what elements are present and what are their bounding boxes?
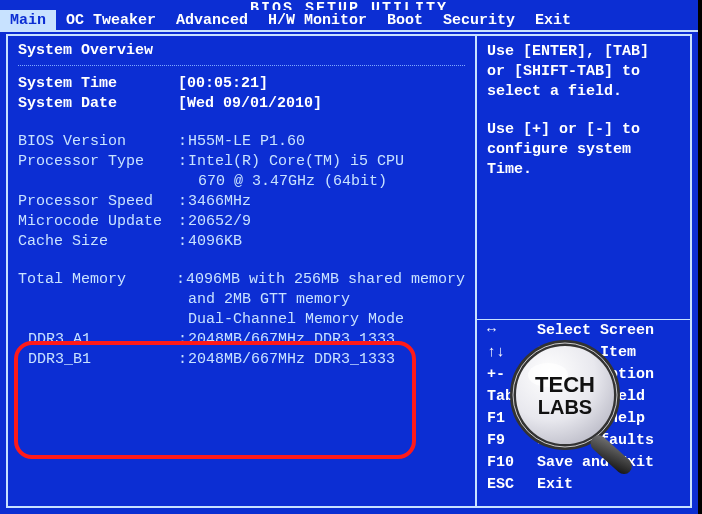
memory-mode: Dual-Channel Memory Mode (188, 310, 465, 330)
menu-bar: Main OC Tweaker Advanced H/W Monitor Boo… (0, 10, 698, 32)
key-sym-pm: +- (487, 364, 537, 386)
bios-version-label: BIOS Version (18, 132, 178, 152)
key-legend: ↔Select Screen ↑↓Select Item +-Change Op… (487, 319, 680, 500)
key-sym-lr: ↔ (487, 320, 537, 342)
help-line: Use [ENTER], [TAB] (487, 42, 680, 62)
ddr3-b1-label: DDR3_B1 (18, 350, 178, 370)
bios-title: BIOS SETUP UTILITY (0, 0, 698, 10)
key-label: Select Field (537, 386, 680, 408)
menu-boot[interactable]: Boot (377, 10, 433, 30)
key-label: Select Item (537, 342, 680, 364)
menu-hw-monitor[interactable]: H/W Monitor (258, 10, 377, 30)
processor-type-value-2: 670 @ 3.47GHz (64bit) (188, 172, 465, 192)
menu-security[interactable]: Security (433, 10, 525, 30)
key-sym-ud: ↑↓ (487, 342, 537, 364)
key-label: Load Defaults (537, 430, 680, 452)
page-title: System Overview (18, 42, 465, 59)
key-sym-f10: F10 (487, 452, 537, 474)
menu-oc-tweaker[interactable]: OC Tweaker (56, 10, 166, 30)
cache-size-label: Cache Size (18, 232, 178, 252)
microcode-label: Microcode Update (18, 212, 178, 232)
help-line: Use [+] or [-] to (487, 120, 680, 140)
menu-exit[interactable]: Exit (525, 10, 581, 30)
key-sym-f1: F1 (487, 408, 537, 430)
left-panel: System Overview System Time [00:05:21] S… (6, 34, 476, 508)
key-sym-f9: F9 (487, 430, 537, 452)
help-line: select a field. (487, 82, 680, 102)
ddr3-b1-value: 2048MB/667MHz DDR3_1333 (188, 350, 465, 370)
system-time-value[interactable]: [00:05:21] (178, 74, 465, 94)
system-date-value[interactable]: [Wed 09/01/2010] (178, 94, 465, 114)
help-line: or [SHIFT-TAB] to (487, 62, 680, 82)
menu-main[interactable]: Main (0, 10, 56, 30)
key-label: General Help (537, 408, 680, 430)
key-label: Exit (537, 474, 680, 496)
key-sym-esc: ESC (487, 474, 537, 496)
total-memory-value: 4096MB with 256MB shared memory (186, 270, 465, 290)
total-memory-value-2: and 2MB GTT memory (188, 290, 465, 310)
processor-type-label: Processor Type (18, 152, 178, 172)
divider (18, 65, 465, 66)
right-panel: Use [ENTER], [TAB] or [SHIFT-TAB] to sel… (476, 34, 692, 508)
menu-advanced[interactable]: Advanced (166, 10, 258, 30)
system-date-label: System Date (18, 94, 178, 114)
cache-size-value: 4096KB (188, 232, 465, 252)
total-memory-label: Total Memory (18, 270, 176, 290)
key-label: Save and Exit (537, 452, 680, 474)
key-label: Change Option (537, 364, 680, 386)
help-line: configure system Time. (487, 140, 680, 180)
key-label: Select Screen (537, 320, 680, 342)
processor-speed-label: Processor Speed (18, 192, 178, 212)
microcode-value: 20652/9 (188, 212, 465, 232)
processor-speed-value: 3466MHz (188, 192, 465, 212)
bios-version-value: H55M-LE P1.60 (188, 132, 465, 152)
ddr3-a1-value: 2048MB/667MHz DDR3_1333 (188, 330, 465, 350)
system-time-label: System Time (18, 74, 178, 94)
processor-type-value: Intel(R) Core(TM) i5 CPU (188, 152, 465, 172)
key-sym-tab: Tab (487, 386, 537, 408)
ddr3-a1-label: DDR3_A1 (18, 330, 178, 350)
help-text: Use [ENTER], [TAB] or [SHIFT-TAB] to sel… (487, 42, 680, 180)
